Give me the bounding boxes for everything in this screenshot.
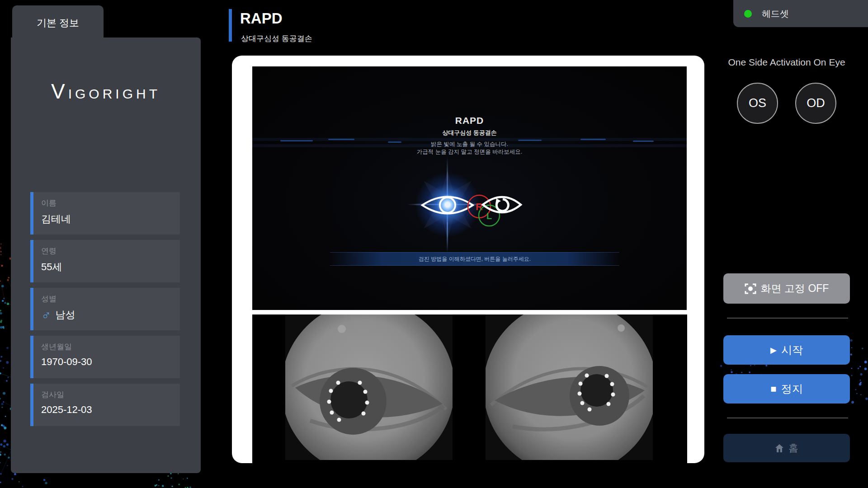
left-eye-camera-image — [285, 314, 453, 460]
screen-focus-icon — [745, 283, 756, 295]
os-button[interactable]: OS — [737, 83, 778, 124]
field-name-label: 이름 — [41, 198, 180, 208]
field-gender-value: ♂ 남성 — [41, 308, 180, 322]
field-gender-label: 성별 — [41, 294, 180, 304]
stop-label: 정지 — [781, 382, 803, 396]
vr-bottom-bar: 검진 방법을 이해하셨다면, 버튼을 눌러주세요. — [330, 252, 619, 266]
screen-lock-button[interactable]: 화면 고정 OFF — [723, 273, 850, 304]
field-age-label: 연령 — [41, 246, 180, 256]
eye-camera-strip — [252, 314, 687, 488]
right-eye-camera-image — [486, 314, 653, 460]
hud-dash — [633, 141, 654, 142]
hud-dash — [518, 140, 542, 141]
hud-dash — [328, 139, 354, 140]
stop-icon: ■ — [770, 384, 776, 394]
field-gender: 성별 ♂ 남성 — [30, 288, 180, 330]
field-examdate-label: 검사일 — [41, 389, 180, 400]
field-name-value: 김테네 — [41, 212, 180, 226]
start-button[interactable]: ▶ 시작 — [723, 335, 850, 365]
field-age-value: 55세 — [41, 260, 180, 274]
headset-status-icon — [744, 10, 752, 18]
home-button[interactable]: 홈 — [723, 434, 850, 462]
vr-subtitle: 상대구심성 동공결손 — [252, 129, 687, 137]
app-root: 기본 정보 VIGORIGHT 이름 김테네 연령 55세 성별 ♂ 남성 생년… — [0, 0, 868, 488]
one-side-activation-label: One Side Activation On Eye — [710, 57, 863, 68]
hud-dash — [280, 140, 313, 141]
field-gender-text: 남성 — [56, 308, 75, 322]
vr-title: RAPD — [252, 115, 687, 126]
field-birthdate-value: 1970-09-30 — [41, 356, 180, 368]
right-eye-rotate-icon: R L — [464, 188, 523, 229]
vr-bottom-message: 검진 방법을 이해하셨다면, 버튼을 눌러주세요. — [419, 255, 531, 263]
vigoright-logo: VIGORIGHT — [29, 79, 183, 103]
vr-mirror-screen: RAPD 상대구심성 동공결손 밝은 빛에 노출 될 수 있습니다. 가급적 눈… — [252, 66, 687, 310]
flare-streak — [447, 222, 448, 252]
divider — [727, 318, 848, 319]
play-icon: ▶ — [770, 346, 777, 354]
content-panel: RAPD 상대구심성 동공결손 밝은 빛에 노출 될 수 있습니다. 가급적 눈… — [232, 56, 704, 463]
page-title: RAPD — [240, 10, 283, 27]
male-icon: ♂ — [41, 310, 52, 320]
home-icon — [775, 444, 784, 453]
vr-instruction-2: 가급적 눈을 감지 말고 정면을 바라보세요. — [252, 148, 687, 156]
field-name: 이름 김테네 — [30, 192, 180, 235]
field-examdate: 검사일 2025-12-03 — [30, 384, 180, 426]
stop-button[interactable]: ■ 정지 — [723, 374, 850, 404]
tab-basic-info[interactable]: 기본 정보 — [12, 5, 104, 41]
headset-status-panel: 헤드셋 — [733, 0, 868, 27]
field-birthdate: 생년월일 1970-09-30 — [30, 336, 180, 378]
page-subtitle: 상대구심성 동공결손 — [241, 33, 312, 44]
field-birthdate-label: 생년월일 — [41, 342, 180, 352]
start-label: 시작 — [781, 343, 803, 357]
hud-dash — [580, 139, 606, 140]
field-examdate-value: 2025-12-03 — [41, 404, 180, 416]
field-age: 연령 55세 — [30, 240, 180, 282]
screen-lock-label: 화면 고정 OFF — [761, 282, 829, 296]
od-button[interactable]: OD — [795, 83, 836, 124]
headset-label: 헤드셋 — [762, 8, 789, 20]
r-mark: R — [476, 201, 483, 212]
l-mark: L — [486, 211, 492, 221]
title-accent-bar — [229, 9, 232, 42]
vr-instruction-1: 밝은 빛에 노출 될 수 있습니다. — [252, 141, 687, 148]
hud-dash — [388, 141, 401, 143]
divider — [727, 418, 848, 418]
home-label: 홈 — [788, 441, 798, 455]
